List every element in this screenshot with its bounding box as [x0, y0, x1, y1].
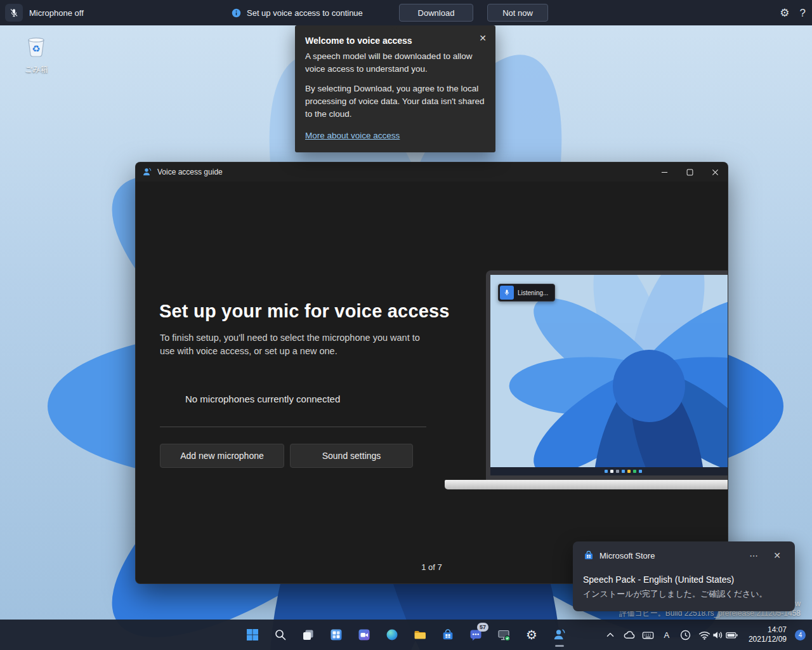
clock-date-button[interactable]: 14:07 2021/12/09	[742, 622, 793, 647]
cloud-icon	[622, 628, 636, 642]
edge-icon	[385, 628, 399, 642]
mic-off-icon	[9, 8, 19, 18]
svg-text:♻: ♻	[32, 43, 40, 54]
window-titlebar[interactable]: Voice access guide	[136, 162, 728, 182]
recycle-bin-label: ごみ箱	[16, 64, 56, 75]
not-now-button[interactable]: Not now	[487, 4, 548, 22]
voice-access-flyout: ✕ Welcome to voice access A speech model…	[295, 25, 495, 152]
close-icon[interactable]: ✕	[475, 30, 490, 46]
flyout-paragraph: By selecting Download, you agree to the …	[305, 83, 485, 120]
voice-settings-gear-icon[interactable]: ⚙	[780, 8, 789, 18]
maximize-icon	[686, 169, 693, 176]
page-title: Set up your mic for voice access	[159, 301, 450, 322]
teams-notification-badge: 57	[477, 623, 488, 632]
mini-taskbar	[490, 467, 728, 475]
voice-help-icon[interactable]: ?	[800, 8, 806, 18]
tray-time: 14:07	[749, 625, 787, 635]
quick-settings-button[interactable]	[695, 622, 742, 647]
taskbar: 57 ⚙	[0, 620, 812, 650]
laptop-illustration-base	[445, 480, 728, 489]
mini-voice-access-pill: Listening...	[498, 284, 555, 302]
teams-button[interactable]: 57	[463, 622, 488, 647]
toast-close-icon[interactable]: ✕	[768, 549, 786, 562]
onedrive-button[interactable]	[620, 622, 638, 647]
search-icon	[273, 628, 287, 642]
store-toast-notification[interactable]: Microsoft Store ⋯ ✕ Speech Pack - Englis…	[573, 541, 795, 611]
chat-button[interactable]	[351, 622, 377, 647]
voice-access-icon	[553, 628, 566, 642]
mini-mic-icon	[500, 286, 514, 300]
sound-settings-button[interactable]: Sound settings	[290, 444, 413, 468]
edge-button[interactable]	[379, 622, 405, 647]
mic-status-label: Microphone off	[29, 8, 84, 18]
active-app-indicator	[555, 645, 564, 647]
gear-icon: ⚙	[526, 628, 537, 641]
toast-message: インストールが完了しました。ご確認ください。	[583, 588, 768, 600]
close-icon	[712, 169, 719, 176]
store-icon	[441, 628, 455, 642]
laptop-illustration-screen: Listening...	[486, 270, 728, 480]
search-button[interactable]	[268, 622, 293, 647]
microsoft-store-icon	[583, 550, 594, 561]
close-button[interactable]	[702, 162, 728, 182]
volume-icon	[711, 628, 724, 642]
voice-access-button[interactable]	[547, 622, 572, 647]
notification-count-badge[interactable]: 4	[795, 630, 806, 640]
recycle-bin-icon[interactable]: ♻ ごみ箱	[16, 33, 56, 75]
settings-button[interactable]: ⚙	[519, 622, 544, 647]
setup-message: Set up voice access to continue	[247, 8, 363, 18]
flyout-paragraph: A speech model will be downloaded to all…	[305, 50, 485, 75]
mic-list-status: No microphones currently connected	[185, 394, 340, 404]
microphone-toggle-button[interactable]	[5, 4, 23, 22]
start-button[interactable]	[240, 622, 265, 647]
minimize-icon	[661, 169, 668, 176]
keyboard-icon	[641, 628, 655, 642]
toast-more-icon[interactable]: ⋯	[744, 549, 763, 562]
task-view-button[interactable]	[296, 622, 321, 647]
clock-icon	[679, 628, 692, 642]
flyout-title: Welcome to voice access	[305, 34, 485, 47]
recycle-bin-glyph: ♻	[23, 33, 49, 60]
info-icon	[232, 8, 241, 18]
download-button[interactable]: Download	[399, 4, 473, 22]
toast-app-name: Microsoft Store	[599, 551, 739, 560]
add-new-microphone-button[interactable]: Add new microphone	[160, 444, 284, 468]
voice-access-app-icon	[142, 167, 152, 177]
widgets-button[interactable]	[324, 622, 349, 647]
ime-indicator: A	[660, 630, 673, 640]
widgets-icon	[329, 628, 343, 642]
touch-keyboard-button[interactable]	[639, 622, 657, 647]
battery-icon	[724, 628, 739, 642]
maximize-button[interactable]	[677, 162, 702, 182]
chat-camera-icon	[357, 628, 371, 642]
mini-listening-label: Listening...	[518, 289, 548, 296]
wifi-icon	[698, 628, 711, 642]
ime-mode-button[interactable]: A	[658, 622, 676, 647]
page-description: To finish setup, you'll need to select t…	[160, 331, 429, 358]
task-view-icon	[301, 628, 315, 642]
chevron-up-icon	[604, 628, 617, 641]
more-about-voice-access-link[interactable]: More about voice access	[305, 129, 400, 142]
windows-logo-icon	[246, 628, 259, 642]
device-update-icon	[497, 628, 511, 642]
folder-icon	[413, 628, 427, 642]
minimize-button[interactable]	[652, 162, 677, 182]
store-button[interactable]	[435, 622, 461, 647]
voice-access-guide-window: Voice access guide Set up your mic for v…	[135, 162, 728, 584]
mini-wallpaper	[490, 275, 728, 475]
desktop: ♻ ごみ箱 Microphone off Set up voice acc	[0, 0, 812, 650]
toast-title: Speech Pack - English (United States)	[583, 574, 734, 585]
voice-access-bar: Microphone off Set up voice access to co…	[0, 0, 812, 25]
update-app-button[interactable]	[491, 622, 516, 647]
clock-app-button[interactable]	[676, 622, 695, 647]
window-title: Voice access guide	[157, 168, 223, 176]
tray-overflow-button[interactable]	[601, 622, 619, 647]
file-explorer-button[interactable]	[407, 622, 433, 647]
divider	[160, 427, 426, 427]
tray-date: 2021/12/09	[749, 635, 787, 644]
